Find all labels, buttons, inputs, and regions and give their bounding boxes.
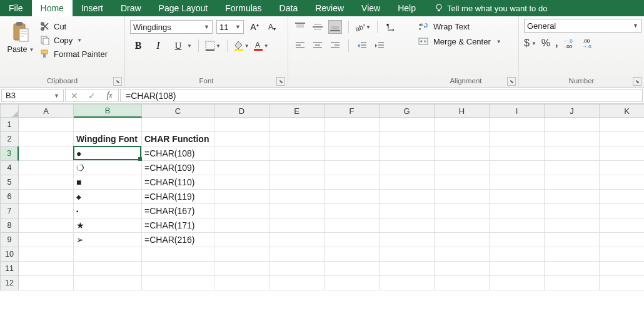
cell-E3[interactable] [269,146,325,161]
cell-B6[interactable]: ◆ [74,190,142,204]
decrease-font-button[interactable]: A▾ [265,20,279,34]
tell-me-search[interactable]: Tell me what you want to do [428,0,553,16]
tab-review[interactable]: Review [306,0,353,16]
cell-I10[interactable] [490,247,545,262]
fill-color-button[interactable]: ▼ [234,41,249,51]
cell-E2[interactable] [269,132,325,146]
cell-D1[interactable] [214,118,269,132]
font-color-button[interactable]: A▼ [253,41,269,51]
row-header-7[interactable]: 7 [0,204,19,218]
cell-A1[interactable] [19,118,74,132]
cell-A6[interactable] [19,190,74,204]
column-header-B[interactable]: B [74,104,142,118]
cell-E12[interactable] [269,276,325,290]
cell-J8[interactable] [545,218,600,233]
row-header-12[interactable]: 12 [0,276,19,290]
tab-help[interactable]: Help [389,0,425,16]
cell-G4[interactable] [380,161,435,175]
cell-E8[interactable] [269,218,325,233]
cell-C5[interactable]: =CHAR(110) [142,175,214,190]
cell-G1[interactable] [380,118,435,132]
number-format-combo[interactable]: General▼ [524,19,641,33]
formula-input[interactable]: =CHAR(108) [120,89,643,102]
row-header-2[interactable]: 2 [0,132,19,146]
tab-home[interactable]: Home [32,0,73,16]
cell-A7[interactable] [19,204,74,218]
column-header-E[interactable]: E [269,104,325,118]
column-header-K[interactable]: K [600,104,644,118]
cell-B1[interactable] [74,118,142,132]
cell-F1[interactable] [325,118,380,132]
cell-D4[interactable] [214,161,269,175]
cell-C8[interactable]: =CHAR(171) [142,218,214,233]
row-header-11[interactable]: 11 [0,262,19,276]
cell-G3[interactable] [380,146,435,161]
underline-button[interactable]: U▼ [170,39,192,53]
cell-C7[interactable]: =CHAR(167) [142,204,214,218]
column-header-D[interactable]: D [214,104,269,118]
cell-B3[interactable]: ● [74,146,142,161]
cell-F7[interactable] [325,204,380,218]
increase-decimal-button[interactable]: ←.0.00 [563,38,577,49]
column-header-F[interactable]: F [325,104,380,118]
cell-I8[interactable] [490,218,545,233]
increase-indent-button[interactable] [373,39,386,53]
cell-H5[interactable] [435,175,490,190]
align-right-button[interactable] [328,39,342,53]
cell-F12[interactable] [325,276,380,290]
cell-E11[interactable] [269,262,325,276]
cell-H8[interactable] [435,218,490,233]
cell-I9[interactable] [490,233,545,247]
cell-H10[interactable] [435,247,490,262]
align-bottom-button[interactable] [328,20,342,34]
cell-I1[interactable] [490,118,545,132]
dialog-launcher-icon[interactable]: ⬊ [507,77,516,86]
copy-button[interactable]: Copy ▼ [40,35,108,45]
cut-button[interactable]: Cut [40,21,108,31]
cell-J6[interactable] [545,190,600,204]
cell-H4[interactable] [435,161,490,175]
cell-D2[interactable] [214,132,269,146]
cell-A9[interactable] [19,233,74,247]
dialog-launcher-icon[interactable]: ⬊ [113,77,122,86]
wrap-text-button[interactable]: abc Wrap Text [418,21,470,31]
tab-draw[interactable]: Draw [112,0,150,16]
cell-G12[interactable] [380,276,435,290]
cell-D10[interactable] [214,247,269,262]
cell-H7[interactable] [435,204,490,218]
cell-H6[interactable] [435,190,490,204]
cell-C2[interactable]: CHAR Function [142,132,214,146]
format-painter-button[interactable]: Format Painter [40,49,108,59]
cell-H3[interactable] [435,146,490,161]
cell-I6[interactable] [490,190,545,204]
font-name-combo[interactable]: Wingdings▼ [130,20,213,34]
cell-K5[interactable] [600,175,644,190]
cell-F4[interactable] [325,161,380,175]
cell-H9[interactable] [435,233,490,247]
cell-D9[interactable] [214,233,269,247]
select-all-corner[interactable] [0,104,19,118]
cell-F9[interactable] [325,233,380,247]
cell-G5[interactable] [380,175,435,190]
merge-center-button[interactable]: Merge & Center ▼ [418,36,501,46]
column-header-H[interactable]: H [435,104,490,118]
cell-K11[interactable] [600,262,644,276]
cancel-formula-button[interactable]: ✕ [66,91,83,101]
cell-B10[interactable] [74,247,142,262]
cell-K6[interactable] [600,190,644,204]
cell-F6[interactable] [325,190,380,204]
cell-G7[interactable] [380,204,435,218]
cell-E9[interactable] [269,233,325,247]
cell-J3[interactable] [545,146,600,161]
cell-K2[interactable] [600,132,644,146]
cell-B5[interactable]: ■ [74,175,142,190]
cell-F5[interactable] [325,175,380,190]
align-top-button[interactable] [293,20,307,34]
name-box[interactable]: B3▼ [1,89,64,102]
align-left-button[interactable] [293,39,307,53]
cell-A5[interactable] [19,175,74,190]
cell-K12[interactable] [600,276,644,290]
cell-J4[interactable] [545,161,600,175]
cell-B2[interactable]: Wingding Font [74,132,142,146]
cell-H12[interactable] [435,276,490,290]
